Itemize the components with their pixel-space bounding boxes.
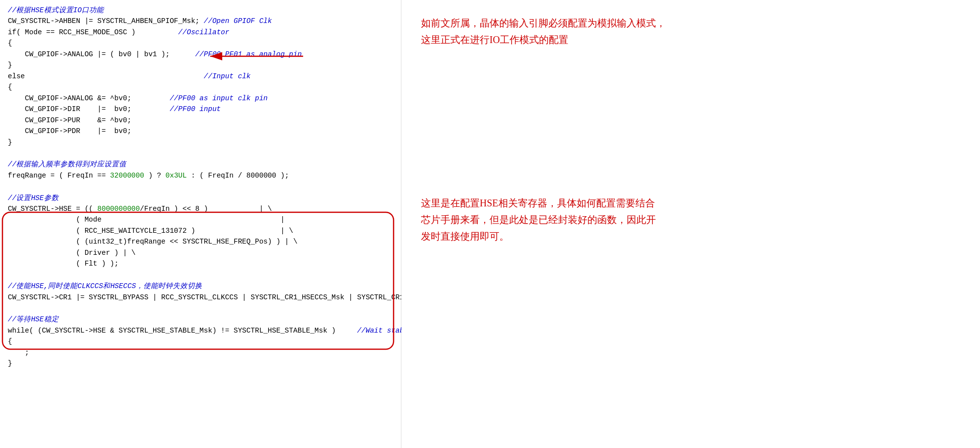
annotation-1: 如前文所属，晶体的输入引脚必须配置为模拟输入模式，这里正式在进行IO工作模式的配… [421,15,960,48]
code-line-c18: ( Mode | [8,214,393,225]
code-line-blank3 [8,269,393,281]
code-line-c13: } [8,137,393,148]
code-container: //根据HSE模式设置IO口功能CW_SYSCTRL->AHBEN |= SYS… [8,5,393,369]
code-line-c12: CW_GPIOF->PDR |= bv0; [8,126,393,136]
code-line-c9: CW_GPIOF->ANALOG &= ^bv0; //PF00 as inpu… [8,93,393,104]
code-line-c27: { [8,336,393,347]
code-line-blank1 [8,148,393,159]
code-line-c15: freqRange = ( FreqIn == 32000000 ) ? 0x3… [8,170,393,181]
code-line-c20: ( (uint32_t)freqRange << SYSCTRL_HSE_FRE… [8,236,393,247]
code-panel: //根据HSE模式设置IO口功能CW_SYSCTRL->AHBEN |= SYS… [0,0,401,448]
code-line-c29: } [8,358,393,369]
code-line-c1: //根据HSE模式设置IO口功能 [8,5,393,16]
code-line-c25: //等待HSE稳定 [8,314,393,325]
code-line-c26: while( (CW_SYSCTRL->HSE & SYSCTRL_HSE_ST… [8,325,393,336]
code-line-c3: if( Mode == RCC_HSE_MODE_OSC ) //Oscilla… [8,27,393,38]
code-line-c8: { [8,82,393,92]
code-line-c19: ( RCC_HSE_WAITCYCLE_131072 ) | \ [8,225,393,236]
code-line-c21: ( Driver ) | \ [8,247,393,258]
code-line-c16: //设置HSE参数 [8,193,393,203]
code-line-c23: //使能HSE,同时使能CLKCCS和HSECCS，使能时钟失效切换 [8,281,393,291]
code-line-c7: else //Input clk [8,71,393,82]
code-line-c4: { [8,38,393,48]
code-line-c24: CW_SYSCTRL->CR1 |= SYSCTRL_BYPASS | RCC_… [8,292,393,303]
code-line-c11: CW_GPIOF->PUR &= ^bv0; [8,115,393,126]
code-line-c6: } [8,60,393,70]
code-line-c2: CW_SYSCTRL->AHBEN |= SYSCTRL_AHBEN_GPIOF… [8,16,393,26]
code-line-c10: CW_GPIOF->DIR |= bv0; //PF00 input [8,104,393,114]
code-line-blank2 [8,181,393,192]
code-line-c5: CW_GPIOF->ANALOG |= ( bv0 | bv1 ); //PF0… [8,49,393,60]
annotation-panel: 如前文所属，晶体的输入引脚必须配置为模拟输入模式，这里正式在进行IO工作模式的配… [401,0,980,448]
code-line-c17: CW_SYSCTRL->HSE = (( 8000000000/FreqIn )… [8,203,393,214]
code-line-c28: ; [8,347,393,358]
code-line-c14: //根据输入频率参数得到对应设置值 [8,159,393,170]
annotation-2: 这里是在配置HSE相关寄存器，具体如何配置需要结合芯片手册来看，但是此处是已经封… [421,195,960,245]
code-line-blank4 [8,303,393,314]
code-line-c22: ( Flt ) ); [8,258,393,269]
